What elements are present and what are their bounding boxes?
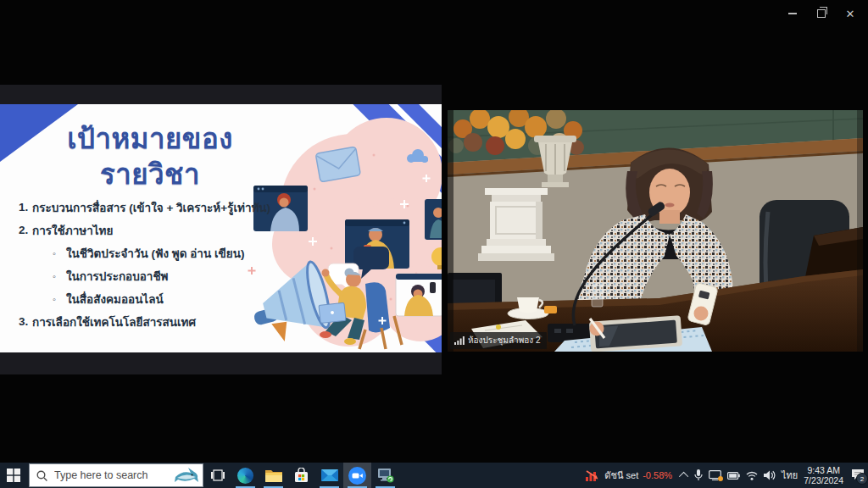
taskbar-remote-pc-button[interactable] (371, 463, 399, 488)
microphone-tray-button[interactable] (694, 469, 703, 481)
slide-list-subitem: ◦ในชีวิตประจำวัน (ฟัง พูด อ่าน เขียน) (19, 241, 311, 264)
system-tray: ดัชนี set -0.58% (581, 463, 868, 488)
mail-icon (321, 469, 338, 482)
time: 9:43 AM (804, 465, 843, 475)
store-icon (294, 468, 309, 483)
close-icon: ✕ (846, 8, 855, 19)
video-window-4 (396, 274, 442, 316)
start-button[interactable] (0, 463, 27, 488)
slide-title: เป้าหมายของ รายวิชา (10, 121, 290, 192)
slide-title-line2: รายวิชา (10, 157, 290, 192)
taskbar: ดัชนี set -0.58% (0, 463, 868, 488)
window-controls: ✕ (778, 3, 865, 24)
restore-icon (817, 9, 826, 18)
chevron-up-icon (679, 472, 688, 481)
wifi-tray-button[interactable] (746, 471, 758, 480)
show-hidden-icons-button[interactable] (682, 472, 688, 479)
stock-label: ดัชนี set (604, 468, 638, 483)
participant-name: ห้องประชุมลำพอง 2 (468, 334, 541, 347)
clock[interactable]: 9:43 AM 7/23/2024 (804, 465, 843, 485)
speaker-icon (764, 470, 776, 480)
shared-screen-tile: เป้าหมายของ รายวิชา 1.กระบวนการสื่อสาร (… (0, 85, 442, 374)
desktop: ✕ (0, 0, 868, 488)
slide-list-item: 2.การใช้ภาษาไทย (19, 219, 311, 241)
slide-list-subitem: ◦ในสื่อสังคมออนไลน์ (19, 287, 311, 310)
remote-pc-icon (377, 468, 394, 483)
date: 7/23/2024 (804, 475, 843, 485)
notification-count-badge: 2 (856, 473, 868, 485)
microphone-icon (694, 469, 703, 481)
meet-now-tray-button[interactable] (709, 470, 721, 480)
restore-button[interactable] (807, 3, 836, 24)
slide-title-line1: เป้าหมายของ (10, 121, 290, 157)
edge-icon (237, 468, 253, 484)
zoom-icon (348, 467, 366, 485)
search-box[interactable] (29, 463, 203, 487)
taskbar-edge-button[interactable] (231, 463, 259, 488)
stock-change: -0.58% (643, 470, 672, 480)
slide-bullet-list: 1.กระบวนการสื่อสาร (เข้าใจ + วิเคราะห์+ร… (19, 196, 311, 333)
speaker-video-tile: ห้องประชุมลำพอง 2 (448, 110, 863, 352)
tablet (589, 315, 682, 352)
status-dot (718, 476, 723, 481)
task-view-icon (211, 469, 225, 481)
close-button[interactable]: ✕ (836, 3, 865, 24)
news-stock-widget[interactable]: ดัชนี set -0.58% (581, 468, 676, 483)
notification-center-button[interactable]: 2 (851, 469, 865, 482)
battery-tray-button[interactable] (727, 472, 740, 480)
search-highlight-shark-icon[interactable] (174, 467, 199, 484)
volume-tray-button[interactable] (764, 470, 776, 480)
signal-strength-icon (454, 336, 465, 345)
slide-list-item: 1.กระบวนการสื่อสาร (เข้าใจ + วิเคราะห์+ร… (19, 196, 311, 219)
taskbar-file-explorer-button[interactable] (259, 463, 287, 488)
wifi-icon (746, 471, 758, 480)
search-input[interactable] (53, 469, 169, 482)
meeting-room-scene (448, 110, 863, 352)
envelope-icon (315, 147, 360, 182)
taskbar-store-button[interactable] (287, 463, 315, 488)
taskbar-zoom-button[interactable] (343, 463, 371, 488)
water-glass (592, 285, 603, 307)
minimize-icon (788, 13, 797, 14)
language-indicator[interactable]: ไทย (782, 468, 798, 483)
battery-icon (727, 472, 740, 480)
windows-logo-icon (7, 469, 20, 482)
search-icon (36, 470, 47, 481)
slide-list-item: 3.การเลือกใช้เทคโนโลยีสารสนเทศ (19, 310, 311, 333)
task-view-button[interactable] (203, 463, 231, 488)
taskbar-mail-button[interactable] (315, 463, 343, 488)
presentation-slide: เป้าหมายของ รายวิชา 1.กระบวนการสื่อสาร (… (0, 104, 442, 352)
minimize-button[interactable] (778, 3, 807, 24)
slide-list-subitem: ◦ในการประกอบอาชีพ (19, 264, 311, 287)
file-explorer-icon (265, 469, 282, 482)
video-window-3 (425, 199, 442, 240)
stock-down-icon (585, 469, 600, 481)
participant-name-label: ห้องประชุมลำพอง 2 (450, 332, 547, 349)
